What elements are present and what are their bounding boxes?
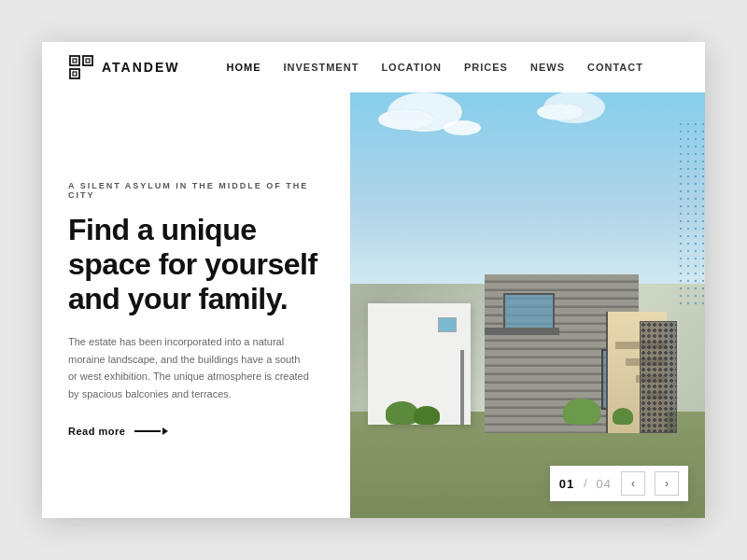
svg-rect-3 — [86, 59, 90, 63]
main-content: A SILENT ASYLUM IN THE MIDDLE OF THE CIT… — [42, 92, 705, 518]
slide-current: 01 — [559, 477, 574, 491]
nav-prices[interactable]: PRICES — [464, 62, 508, 73]
hero-description: The estate has been incorporated into a … — [68, 333, 311, 403]
cloud-2 — [444, 120, 481, 135]
slide-counter: 01 / 04 ‹ › — [550, 466, 688, 501]
navigation: HOME INVESTMENT LOCATION PRICES NEWS CON… — [226, 62, 642, 73]
light-pole — [460, 350, 464, 425]
svg-rect-4 — [70, 69, 79, 78]
brand-name: ATANDEW — [102, 60, 179, 75]
building-window-1 — [503, 293, 555, 330]
building-white — [368, 303, 471, 425]
hero-subtitle: A SILENT ASYLUM IN THE MIDDLE OF THE CIT… — [68, 181, 324, 200]
nav-investment[interactable]: INVESTMENT — [283, 62, 359, 73]
hero-headline: Find a unique space for yourself and you… — [68, 213, 324, 315]
shrub-4 — [613, 408, 633, 425]
svg-rect-0 — [70, 56, 79, 65]
header: ATANDEW HOME INVESTMENT LOCATION PRICES … — [42, 42, 705, 92]
svg-rect-1 — [73, 59, 77, 63]
nav-news[interactable]: NEWS — [530, 62, 565, 73]
read-more-label: Read more — [68, 426, 125, 437]
browser-frame: ATANDEW HOME INVESTMENT LOCATION PRICES … — [42, 42, 705, 518]
slide-prev-button[interactable]: ‹ — [621, 471, 645, 496]
dot-pattern-overlay — [677, 120, 705, 307]
screen-pattern — [641, 322, 676, 432]
slide-divider: / — [584, 477, 586, 490]
nav-home[interactable]: HOME — [226, 62, 261, 73]
balcony — [485, 328, 559, 335]
building-image — [350, 92, 705, 518]
shrub-2 — [414, 406, 440, 425]
nav-location[interactable]: LOCATION — [381, 62, 442, 73]
shrub-3 — [563, 399, 600, 425]
hero-text-panel: A SILENT ASYLUM IN THE MIDDLE OF THE CIT… — [42, 92, 350, 518]
slide-next-button[interactable]: › — [655, 471, 679, 496]
hero-image-panel: 01 / 04 ‹ › — [350, 92, 705, 518]
read-more-arrow — [134, 427, 168, 435]
svg-rect-5 — [73, 72, 77, 76]
logo-icon — [68, 54, 94, 80]
logo: ATANDEW — [68, 54, 179, 80]
sky-bg — [350, 92, 705, 284]
read-more-link[interactable]: Read more — [68, 426, 324, 437]
building-white-window — [438, 317, 457, 332]
nav-contact[interactable]: CONTACT — [587, 62, 643, 73]
slide-total: 04 — [597, 477, 612, 491]
svg-rect-2 — [83, 56, 92, 65]
cloud-3 — [537, 104, 584, 120]
cloud-1 — [378, 109, 434, 130]
decorative-screen — [640, 321, 677, 433]
